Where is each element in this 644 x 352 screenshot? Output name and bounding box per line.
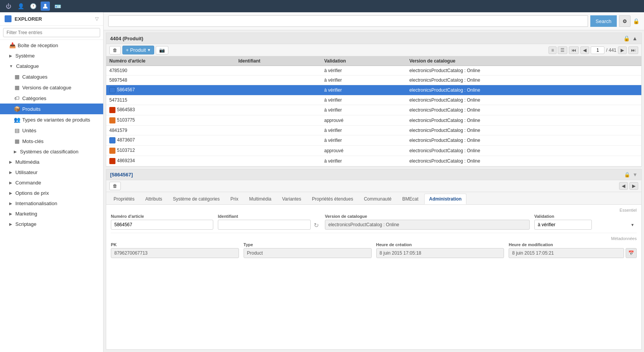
collapse-icon[interactable]: ▲ xyxy=(632,35,637,41)
sidebar-item-catalogues[interactable]: ▦ Catalogues xyxy=(0,71,103,82)
creation-label: Heure de création xyxy=(376,242,504,247)
clock-icon[interactable]: 🕐 xyxy=(28,2,38,11)
validation-select[interactable]: à vérifierapprouvérejeté xyxy=(534,220,592,230)
search-input[interactable] xyxy=(108,15,588,27)
sidebar-item-boite-reception[interactable]: 📥 Boîte de réception xyxy=(0,40,103,51)
cell-identifiant xyxy=(235,156,321,166)
first-page-button[interactable]: ⏮ xyxy=(569,46,579,54)
top-panel-title: 4404 (Produit) xyxy=(110,36,143,41)
sidebar-item-catalogue[interactable]: ▼ Catalogue xyxy=(0,61,103,71)
cell-validation: à vérifier xyxy=(321,76,406,85)
page-number-input[interactable] xyxy=(591,46,604,54)
add-product-button[interactable]: + Produit ▼ xyxy=(122,46,154,54)
tab-communaute[interactable]: Communauté xyxy=(359,194,397,204)
search-button[interactable]: Search xyxy=(590,15,617,27)
sidebar-item-categories[interactable]: 🏷 Catégories xyxy=(0,93,103,104)
sidebar-item-utilisateur[interactable]: ▶ Utilisateur xyxy=(0,167,103,178)
table-row[interactable]: 4785190à vérifierelectronicsProductCatal… xyxy=(106,66,641,76)
next-page-button[interactable]: ▶ xyxy=(618,46,627,54)
article-number-input[interactable] xyxy=(111,220,213,230)
table-row[interactable]: 4873607à vérifierelectronicsProductCatal… xyxy=(106,135,641,146)
id-card-icon[interactable]: 🪪 xyxy=(53,2,62,11)
col-version: Version de catalogue xyxy=(406,56,641,66)
sidebar-item-options-prix[interactable]: ▶ Options de prix xyxy=(0,188,103,198)
sidebar-item-produits[interactable]: 📦 Produits xyxy=(0,104,103,114)
sidebar-item-unites[interactable]: ▤ Unités xyxy=(0,125,103,136)
user-icon[interactable]: 👤 xyxy=(16,2,25,11)
table-row[interactable]: 5864567à vérifierelectronicsProductCatal… xyxy=(106,85,641,95)
prev-page-button[interactable]: ◀ xyxy=(580,46,589,54)
svg-point-0 xyxy=(44,4,46,6)
grid-view-button[interactable]: ≡ xyxy=(548,46,557,54)
search-bar: Search ⚙ 🔒 xyxy=(104,12,644,30)
field-article-number: Numéro d'article xyxy=(111,214,213,230)
tab-attributs[interactable]: Attributs xyxy=(140,194,167,204)
delete-bottom-button[interactable]: 🗑 xyxy=(109,182,121,190)
sidebar: EXPLORER ▽ 📥 Boîte de réception ▶ Systèm… xyxy=(0,12,104,352)
field-pk: PK xyxy=(111,242,239,258)
sidebar-filter-icon[interactable]: ▽ xyxy=(95,16,99,21)
table-row[interactable]: 5103775approuvéelectronicsProductCatalog… xyxy=(106,115,641,126)
grid-icon: ▦ xyxy=(14,84,20,90)
cell-validation: à vérifier xyxy=(321,85,406,95)
sidebar-item-systeme[interactable]: ▶ Système xyxy=(0,51,103,61)
sidebar-item-label: Scriptage xyxy=(15,221,36,227)
sidebar-search-input[interactable] xyxy=(3,28,100,37)
table-row[interactable]: 4869234à vérifierelectronicsProductCatal… xyxy=(106,156,641,166)
tab-administration[interactable]: Administration xyxy=(424,194,467,204)
bottom-next-button[interactable]: ▶ xyxy=(629,182,638,190)
cell-version: electronicsProductCatalog : Online xyxy=(406,76,641,85)
cell-version: electronicsProductCatalog : Online xyxy=(406,115,641,126)
tab-multimedia[interactable]: Multimédia xyxy=(244,194,276,204)
refresh-icon[interactable]: ↻ xyxy=(312,221,320,230)
bottom-prev-button[interactable]: ◀ xyxy=(619,182,628,190)
last-page-button[interactable]: ⏭ xyxy=(628,46,638,54)
calendar-button[interactable]: 📅 xyxy=(626,248,637,258)
sidebar-item-scriptage[interactable]: ▶ Scriptage xyxy=(0,219,103,229)
user-avatar-icon[interactable] xyxy=(41,2,50,11)
list-view-button[interactable]: ☰ xyxy=(558,46,567,54)
chevron-right-icon: ▶ xyxy=(9,181,12,185)
sidebar-item-internationalisation[interactable]: ▶ Internationalisation xyxy=(0,198,103,209)
collapse-icon[interactable]: ▼ xyxy=(632,172,637,178)
tab-proprietes-etendues[interactable]: Propriétés étendues xyxy=(307,194,358,204)
sidebar-item-multimedia[interactable]: ▶ Multimédia xyxy=(0,157,103,167)
tab-proprietes[interactable]: Propriétés xyxy=(109,194,140,204)
sidebar-item-systemes-classification[interactable]: ▶ Systèmes de classification xyxy=(0,146,103,157)
sidebar-title: EXPLORER xyxy=(15,16,92,22)
sidebar-item-types-variantes[interactable]: 👥 Types de variantes de produits xyxy=(0,114,103,125)
cell-identifiant xyxy=(235,85,321,95)
modification-field-row: 📅 xyxy=(509,248,637,258)
lock-icon[interactable]: 🔒 xyxy=(623,35,630,41)
lock-icon[interactable]: 🔒 xyxy=(624,172,630,178)
col-validation: Validation xyxy=(321,56,406,66)
sidebar-item-versions-catalogue[interactable]: ▦ Versions de catalogue xyxy=(0,82,103,93)
sidebar-item-marketing[interactable]: ▶ Marketing xyxy=(0,209,103,219)
delete-button[interactable]: 🗑 xyxy=(109,46,121,54)
table-row[interactable]: 4841579à vérifierelectronicsProductCatal… xyxy=(106,126,641,135)
table-row[interactable]: 5897548à vérifierelectronicsProductCatal… xyxy=(106,76,641,85)
tab-variantes[interactable]: Variantes xyxy=(277,194,306,204)
validation-select-wrapper: à vérifierapprouvérejeté xyxy=(534,220,637,230)
table-row[interactable]: 5864583à vérifierelectronicsProductCatal… xyxy=(106,105,641,115)
cell-identifiant xyxy=(235,95,321,105)
field-identifiant: Identifiant ↻ xyxy=(218,214,320,230)
tab-systeme-categories[interactable]: Système de catégories xyxy=(168,194,225,204)
identifiant-input[interactable] xyxy=(218,220,311,230)
cell-article: 5864567 xyxy=(106,85,235,95)
camera-button[interactable]: 📷 xyxy=(156,46,168,54)
power-icon[interactable]: ⏻ xyxy=(4,2,13,11)
table-row[interactable]: 5103712approuvéelectronicsProductCatalog… xyxy=(106,146,641,156)
cell-validation: à vérifier xyxy=(321,66,406,76)
tab-bmecat[interactable]: BMEcat xyxy=(397,194,423,204)
tab-prix[interactable]: Prix xyxy=(226,194,244,204)
field-validation: Validation à vérifierapprouvérejeté xyxy=(534,214,637,230)
chevron-right-icon: ▶ xyxy=(9,201,12,206)
inbox-icon: 📥 xyxy=(9,42,15,48)
sidebar-item-commande[interactable]: ▶ Commande xyxy=(0,178,103,188)
box-icon: 📦 xyxy=(14,106,20,112)
table-row[interactable]: 5473115à vérifierelectronicsProductCatal… xyxy=(106,95,641,105)
bottom-panel-title: [5864567] xyxy=(110,172,133,178)
sidebar-item-mots-cles[interactable]: ▦ Mots-clés xyxy=(0,136,103,146)
search-options-button[interactable]: ⚙ xyxy=(619,15,631,27)
